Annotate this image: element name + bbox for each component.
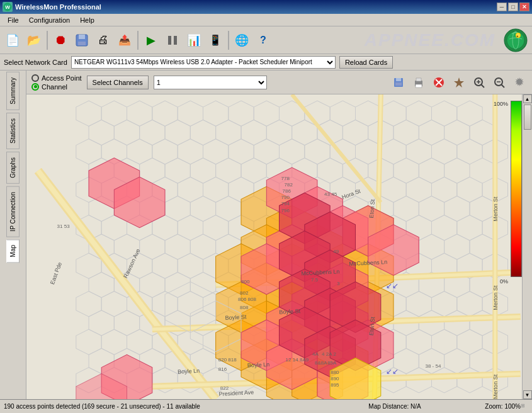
svg-rect-4 xyxy=(78,42,86,45)
svg-text:782: 782 xyxy=(285,182,293,188)
svg-text:4A: 4A xyxy=(312,351,319,357)
svg-text:4 2A 2: 4 2A 2 xyxy=(322,351,336,357)
svg-text:808: 808 xyxy=(240,305,249,310)
appnee-logo: APPNEE.COM xyxy=(365,30,495,50)
save-map-button[interactable] xyxy=(391,75,406,90)
close-button[interactable]: ✕ xyxy=(519,3,529,11)
statusbar: 190 access points detected (169 secure -… xyxy=(0,399,532,413)
pin-button[interactable] xyxy=(451,75,467,90)
status-zoom: Zoom: 100% xyxy=(458,403,521,410)
svg-line-23 xyxy=(481,84,484,88)
radio-access-point[interactable] xyxy=(31,74,39,82)
svg-rect-18 xyxy=(416,84,422,88)
svg-text:↙↙: ↙↙ xyxy=(386,367,399,376)
svg-text:895: 895 xyxy=(331,382,339,388)
menubar: File Configuration Help xyxy=(0,14,532,26)
svg-rect-14 xyxy=(396,78,401,81)
sidebar-tab-summary[interactable]: Summary xyxy=(6,72,20,110)
titlebar: W WirelessMon Professional ─ □ ✕ xyxy=(0,0,532,14)
radio-channel[interactable] xyxy=(31,83,39,91)
svg-text:794: 794 xyxy=(281,201,290,206)
menu-help[interactable]: Help xyxy=(75,15,99,25)
svg-text:890: 890 xyxy=(331,376,339,382)
legend-bar xyxy=(511,101,522,277)
titlebar-left: W WirelessMon Professional xyxy=(3,2,101,12)
pause-button[interactable] xyxy=(162,30,183,50)
svg-rect-6 xyxy=(174,36,177,45)
zoom-in-button[interactable] xyxy=(472,75,487,90)
svg-text:786: 786 xyxy=(283,188,291,194)
reload-cards-button[interactable]: Reload Cards xyxy=(339,56,393,69)
svg-text:★: ★ xyxy=(516,35,519,38)
svg-text:↙↙: ↙↙ xyxy=(386,281,399,290)
svg-text:8&8A: 8&8A xyxy=(315,360,327,366)
radio-channel-row: Channel xyxy=(31,83,82,91)
settings-button[interactable] xyxy=(512,75,527,90)
record-button[interactable]: ⏺ xyxy=(50,30,71,50)
svg-text:Merton St: Merton St xyxy=(492,196,499,222)
status-distance: Map Distance: N/A xyxy=(332,403,458,410)
signal-legend: 100% 0% xyxy=(511,101,522,302)
svg-text:880: 880 xyxy=(331,370,339,375)
resize-grip[interactable]: ⊞ xyxy=(521,403,528,410)
toolbar-separator-2 xyxy=(137,31,139,50)
sidebar-tab-statistics[interactable]: Statistics xyxy=(6,113,20,149)
vertical-scrollbar[interactable]: ▲ ▼ xyxy=(522,94,532,399)
toolbar-separator-1 xyxy=(47,31,48,50)
open-button[interactable]: 📂 xyxy=(24,30,44,50)
main-area: Summary Statistics Graphs IP Connection … xyxy=(0,71,532,399)
minimize-button[interactable]: ─ xyxy=(497,3,507,11)
maximize-button[interactable]: □ xyxy=(508,3,518,11)
svg-text:Boyle Ln: Boyle Ln xyxy=(178,368,200,375)
svg-text:49: 49 xyxy=(333,249,339,254)
radio-access-point-label: Access Point xyxy=(42,74,82,82)
svg-line-27 xyxy=(501,84,504,88)
svg-text:31 53: 31 53 xyxy=(57,223,71,229)
svg-text:7.5: 7.5 xyxy=(311,277,319,283)
svg-text:3: 3 xyxy=(337,280,340,286)
device-button[interactable]: 📱 xyxy=(205,30,225,50)
select-channels-button[interactable]: Select Channels xyxy=(87,76,149,89)
scroll-track xyxy=(524,105,531,389)
sidebar-tab-map[interactable]: Map xyxy=(6,239,20,263)
svg-text:806 808: 806 808 xyxy=(238,297,257,302)
radio-access-point-row: Access Point xyxy=(31,74,82,82)
export-button[interactable]: 📤 xyxy=(115,30,135,50)
menu-configuration[interactable]: Configuration xyxy=(24,15,75,25)
stop-button[interactable] xyxy=(431,75,446,90)
map-svg[interactable]: Hora St McCubbens Ln McCubbens Ln Boyle … xyxy=(26,94,532,399)
svg-text:Boyle St: Boyle St xyxy=(225,314,247,321)
map-area: Hora St McCubbens Ln McCubbens Ln Boyle … xyxy=(26,94,532,399)
svg-text:Boyle Ln: Boyle Ln xyxy=(247,361,270,369)
sidebar-tab-graphs[interactable]: Graphs xyxy=(6,152,20,184)
app-icon: W xyxy=(3,2,13,12)
print-map-button[interactable] xyxy=(411,75,426,90)
monitor-button[interactable]: 📊 xyxy=(184,30,204,50)
print-button[interactable]: 🖨 xyxy=(93,30,113,50)
menu-file[interactable]: File xyxy=(3,15,24,25)
netcard-dropdown[interactable]: NETGEAR WG111v3 54Mbps Wireless USB 2.0 … xyxy=(71,56,336,69)
svg-text:822: 822 xyxy=(220,385,229,391)
radio-group: Access Point Channel xyxy=(31,74,82,91)
scroll-down-button[interactable]: ▼ xyxy=(523,390,532,399)
globe-button[interactable]: 🌐 xyxy=(232,30,252,50)
channel-dropdown[interactable]: 1 2 3 6 11 All xyxy=(154,76,267,89)
netcard-label: Select Network Card xyxy=(4,59,67,66)
zoom-out-button[interactable] xyxy=(492,75,507,90)
svg-text:802: 802 xyxy=(240,290,249,296)
help-button[interactable]: ? xyxy=(253,30,273,50)
svg-rect-17 xyxy=(416,78,421,81)
sidebar-tab-ip[interactable]: IP Connection xyxy=(6,186,20,237)
window-controls: ─ □ ✕ xyxy=(497,3,529,11)
new-button[interactable]: 📄 xyxy=(3,30,23,50)
save-button[interactable] xyxy=(72,30,92,50)
svg-point-8 xyxy=(507,31,524,49)
app-title: WirelessMon Professional xyxy=(15,3,101,11)
legend-max-label: 100% xyxy=(494,101,508,107)
svg-text:43 45: 43 45 xyxy=(324,191,337,197)
svg-text:Merton St: Merton St xyxy=(492,285,499,310)
play-button[interactable]: ▶ xyxy=(141,30,161,50)
scroll-thumb[interactable] xyxy=(524,105,531,130)
scroll-up-button[interactable]: ▲ xyxy=(523,94,532,103)
svg-text:796: 796 xyxy=(281,208,290,213)
